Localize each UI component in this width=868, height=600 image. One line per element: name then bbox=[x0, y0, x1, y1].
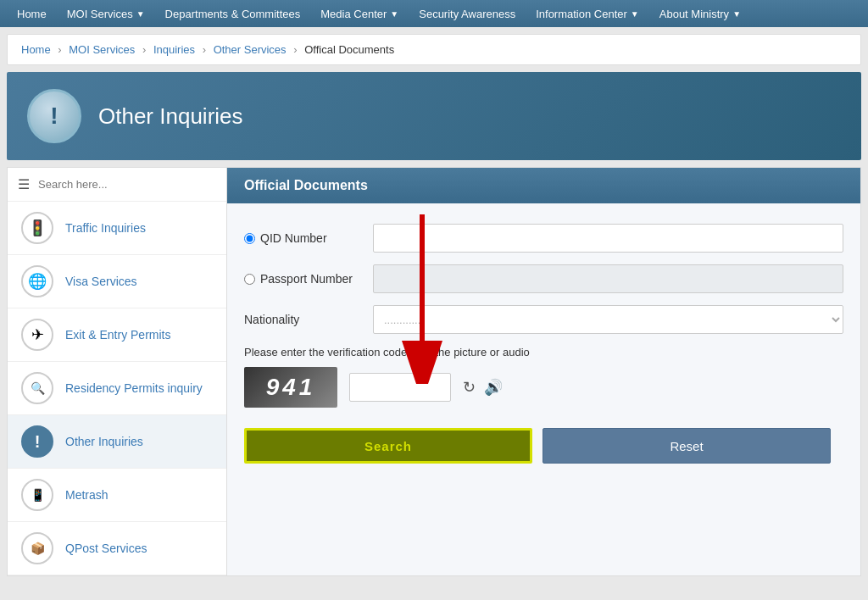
metrash-icon: 📱 bbox=[21, 479, 53, 511]
banner-icon: ! bbox=[27, 89, 81, 143]
sidebar-item-metrash[interactable]: 📱 Metrash bbox=[8, 469, 226, 522]
other-inquiries-icon: ! bbox=[21, 425, 53, 458]
nav-departments[interactable]: Departments & Committees bbox=[155, 0, 311, 27]
residency-icon: 🔍 bbox=[21, 372, 53, 404]
sidebar-item-traffic-inquiries[interactable]: 🚦 Traffic Inquiries bbox=[8, 202, 226, 255]
nationality-row: Nationality ............ bbox=[244, 305, 843, 334]
qid-input[interactable] bbox=[373, 224, 843, 253]
sidebar-label-exit-entry: Exit & Entry Permits bbox=[65, 328, 170, 342]
traffic-light-icon: 🚦 bbox=[21, 212, 53, 244]
sidebar-search-bar[interactable]: ☰ bbox=[8, 168, 226, 202]
refresh-captcha-button[interactable]: ↻ bbox=[463, 378, 476, 397]
passport-radio[interactable] bbox=[244, 274, 255, 285]
sidebar-item-qpost[interactable]: 📦 QPost Services bbox=[8, 522, 226, 575]
sidebar-item-residency[interactable]: 🔍 Residency Permits inquiry bbox=[8, 362, 226, 415]
search-button[interactable]: Search bbox=[244, 428, 532, 464]
captcha-input[interactable] bbox=[349, 373, 451, 402]
nav-media-center[interactable]: Media Center ▼ bbox=[310, 0, 409, 27]
nav-home[interactable]: Home bbox=[7, 0, 57, 27]
captcha-image: 941 bbox=[244, 367, 337, 408]
plane-icon: ✈ bbox=[21, 319, 53, 351]
chevron-down-icon: ▼ bbox=[732, 9, 741, 19]
page-banner: ! Other Inquiries bbox=[7, 72, 861, 160]
content-area: Official Documents QID Number Passport N… bbox=[227, 167, 861, 576]
nav-information-center[interactable]: Information Center ▼ bbox=[526, 0, 649, 27]
passport-label: Passport Number bbox=[244, 272, 363, 286]
nav-moi-services[interactable]: MOI Services ▼ bbox=[57, 0, 155, 27]
sidebar-label-metrash: Metrash bbox=[65, 488, 108, 502]
nav-security-awareness[interactable]: Security Awareness bbox=[409, 0, 526, 27]
nav-about-ministry[interactable]: About Ministry ▼ bbox=[649, 0, 751, 27]
sidebar-label-other: Other Inquiries bbox=[65, 435, 143, 448]
sidebar: ☰ 🚦 Traffic Inquiries 🌐 Visa Services ✈ … bbox=[7, 167, 227, 576]
content-body: QID Number Passport Number Nationality .… bbox=[227, 203, 860, 484]
sidebar-label-residency: Residency Permits inquiry bbox=[65, 381, 203, 395]
nationality-select[interactable]: ............ bbox=[373, 305, 843, 334]
breadcrumb-current: Offical Documents bbox=[304, 43, 394, 56]
visa-icon: 🌐 bbox=[21, 265, 53, 297]
nationality-label: Nationality bbox=[244, 313, 363, 326]
chevron-down-icon: ▼ bbox=[390, 9, 398, 19]
search-input[interactable] bbox=[38, 178, 216, 191]
breadcrumb-moi-services[interactable]: MOI Services bbox=[69, 43, 135, 56]
main-layout: ☰ 🚦 Traffic Inquiries 🌐 Visa Services ✈ … bbox=[7, 167, 861, 576]
reset-button[interactable]: Reset bbox=[542, 428, 831, 464]
breadcrumb-other-services[interactable]: Other Services bbox=[214, 43, 287, 56]
passport-row: Passport Number bbox=[244, 264, 843, 293]
breadcrumb-home[interactable]: Home bbox=[21, 43, 51, 56]
page-title: Other Inquiries bbox=[98, 103, 243, 130]
chevron-down-icon: ▼ bbox=[136, 9, 145, 19]
qid-row: QID Number bbox=[244, 224, 843, 253]
captcha-instruction: Please enter the verification code from … bbox=[244, 346, 843, 358]
breadcrumb-inquiries[interactable]: Inquiries bbox=[153, 43, 195, 56]
sidebar-item-exit-entry[interactable]: ✈ Exit & Entry Permits bbox=[8, 308, 226, 362]
sidebar-label-visa: Visa Services bbox=[65, 275, 137, 288]
qid-label: QID Number bbox=[244, 231, 363, 245]
passport-input[interactable] bbox=[373, 264, 843, 293]
exclamation-icon: ! bbox=[50, 103, 58, 130]
sidebar-label-qpost: QPost Services bbox=[65, 542, 147, 555]
audio-captcha-button[interactable]: 🔊 bbox=[484, 378, 503, 397]
sidebar-item-other-inquiries[interactable]: ! Other Inquiries bbox=[8, 415, 226, 469]
navbar: Home MOI Services ▼ Departments & Commit… bbox=[0, 0, 868, 27]
button-row: Search Reset bbox=[244, 428, 843, 464]
sidebar-label-traffic: Traffic Inquiries bbox=[65, 221, 146, 235]
qpost-icon: 📦 bbox=[21, 532, 53, 564]
content-header: Official Documents bbox=[227, 168, 860, 203]
captcha-row: 941 ↻ 🔊 bbox=[244, 367, 843, 408]
sidebar-item-visa-services[interactable]: 🌐 Visa Services bbox=[8, 255, 226, 308]
qid-radio[interactable] bbox=[244, 233, 255, 244]
hamburger-icon[interactable]: ☰ bbox=[18, 176, 30, 192]
breadcrumb: Home › MOI Services › Inquiries › Other … bbox=[7, 34, 861, 65]
captcha-actions: ↻ 🔊 bbox=[463, 378, 503, 397]
chevron-down-icon: ▼ bbox=[631, 9, 639, 19]
